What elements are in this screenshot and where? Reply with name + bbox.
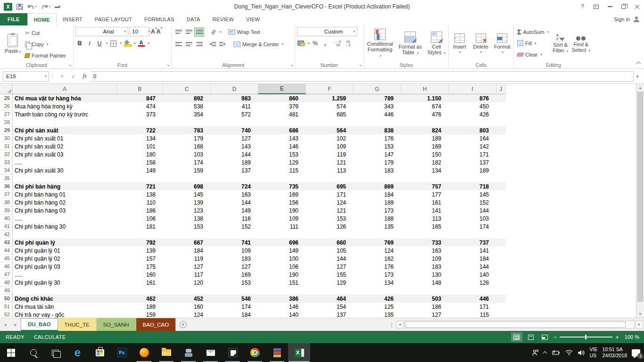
- cell-A51[interactable]: Chi mua tài sản: [13, 303, 117, 311]
- cell-G45[interactable]: 162: [354, 255, 401, 263]
- confirm-entry-button[interactable]: ✓: [68, 73, 79, 80]
- row-header-35[interactable]: 35: [0, 174, 13, 182]
- cell-J33[interactable]: [496, 158, 506, 166]
- scroll-down-arrow[interactable]: ▼: [636, 310, 644, 318]
- excel-app-button[interactable]: X: [288, 343, 310, 362]
- cell-G49[interactable]: [354, 287, 401, 295]
- cell-G42[interactable]: [354, 230, 401, 239]
- cell-I46[interactable]: 144: [449, 263, 496, 271]
- cell-J39[interactable]: [496, 206, 506, 214]
- cell-E42[interactable]: [258, 230, 306, 239]
- cell-E37[interactable]: 169: [258, 190, 306, 198]
- start-button[interactable]: [0, 343, 22, 362]
- minimize-button[interactable]: [603, 0, 617, 13]
- conditional-formatting-button[interactable]: ConditionalFormatting ▾: [366, 27, 394, 61]
- cell-H27[interactable]: 476: [401, 110, 449, 118]
- row-header-46[interactable]: 46: [0, 263, 13, 271]
- cell-E34[interactable]: 115: [258, 166, 306, 174]
- cell-I36[interactable]: 718: [449, 182, 496, 190]
- cell-C28[interactable]: [163, 118, 211, 126]
- cell-C34[interactable]: 159: [163, 166, 211, 174]
- cell-B43[interactable]: 792: [117, 239, 163, 247]
- undo-button[interactable]: ▾: [27, 4, 37, 10]
- cell-A29[interactable]: Chi phí sản xuất: [13, 126, 117, 134]
- cell-F42[interactable]: [306, 230, 354, 239]
- cell-E50[interactable]: 386: [258, 295, 306, 303]
- format-cells-button[interactable]: Format▾: [493, 27, 512, 61]
- cell-H39[interactable]: 141: [401, 206, 449, 214]
- formula-bar-splitter[interactable]: ⁞: [49, 74, 57, 79]
- cell-A41[interactable]: Chi phí bán hàng 30: [13, 222, 117, 230]
- zoom-slider[interactable]: [560, 337, 612, 337]
- font-color-button[interactable]: A: [137, 39, 146, 48]
- cell-G37[interactable]: 184: [354, 190, 401, 198]
- store-app-button[interactable]: [89, 343, 111, 362]
- cell-B26[interactable]: 474: [117, 102, 163, 110]
- cell-I48[interactable]: 128: [449, 279, 496, 287]
- cell-B29[interactable]: 722: [117, 126, 163, 134]
- cell-B27[interactable]: 373: [117, 110, 163, 118]
- cell-H25[interactable]: 1.150: [401, 94, 449, 102]
- cell-C40[interactable]: 138: [163, 214, 211, 222]
- cell-I28[interactable]: [449, 118, 496, 126]
- cell-J29[interactable]: [496, 126, 506, 134]
- cell-J38[interactable]: [496, 198, 506, 206]
- cell-A50[interactable]: Dòng chi khác: [13, 295, 117, 303]
- tab-home[interactable]: HOME: [27, 13, 57, 25]
- cell-F50[interactable]: 464: [306, 295, 354, 303]
- cell-H36[interactable]: 757: [401, 182, 449, 190]
- cell-D44[interactable]: 109: [211, 247, 258, 255]
- cell-A40[interactable]: .....: [13, 214, 117, 222]
- cell-C42[interactable]: [163, 230, 211, 239]
- cell-A44[interactable]: Chi phí quản lý 01: [13, 247, 117, 255]
- cell-E36[interactable]: 735: [258, 182, 306, 190]
- cell-D33[interactable]: 189: [211, 158, 258, 166]
- cell-J37[interactable]: [496, 190, 506, 198]
- cell-F35[interactable]: [306, 174, 354, 182]
- row-header-27[interactable]: 27: [0, 110, 13, 118]
- column-header-I[interactable]: I: [449, 84, 496, 94]
- name-box[interactable]: E19▾: [3, 71, 49, 82]
- cell-G32[interactable]: 147: [354, 150, 401, 158]
- cell-I52[interactable]: 115: [449, 311, 496, 318]
- center-button[interactable]: [184, 40, 194, 49]
- cell-E31[interactable]: 146: [258, 142, 306, 150]
- top-align-button[interactable]: [173, 27, 183, 37]
- horizontal-scrollbar[interactable]: ◄ ►: [395, 318, 644, 331]
- cell-F37[interactable]: 171: [306, 190, 354, 198]
- cell-F27[interactable]: 685: [306, 110, 354, 118]
- row-header-34[interactable]: 34: [0, 166, 13, 174]
- show-hidden-icons-chevron[interactable]: [544, 351, 547, 354]
- cell-A30[interactable]: Chi phí sản xuất 01: [13, 134, 117, 142]
- cell-A25[interactable]: Chi mua vật tư hàng hóa: [13, 94, 117, 102]
- cell-A28[interactable]: [13, 118, 117, 126]
- cell-G44[interactable]: 124: [354, 247, 401, 255]
- new-sheet-button[interactable]: +: [176, 318, 190, 331]
- sign-in-link[interactable]: Sign in: [614, 16, 630, 22]
- cell-F46[interactable]: 127: [306, 263, 354, 271]
- cell-C51[interactable]: 160: [163, 303, 211, 311]
- select-all-corner[interactable]: [0, 84, 13, 94]
- cell-A52[interactable]: Chi trả nợ vay - gốc: [13, 311, 117, 318]
- page-break-view-button[interactable]: [539, 332, 551, 342]
- cell-D40[interactable]: 116: [211, 214, 258, 222]
- fill-button[interactable]: ↓Fill▾: [516, 38, 550, 48]
- dark-app-button[interactable]: [222, 343, 244, 362]
- number-format-select[interactable]: Custom▾: [297, 27, 357, 36]
- cell-J25[interactable]: [496, 94, 506, 102]
- underline-button[interactable]: U: [95, 39, 104, 48]
- cell-B28[interactable]: [117, 118, 163, 126]
- borders-button[interactable]: [109, 39, 118, 48]
- cell-B45[interactable]: 157: [117, 255, 163, 263]
- cell-H31[interactable]: 169: [401, 142, 449, 150]
- cell-A45[interactable]: Chi phí quản lý 02: [13, 255, 117, 263]
- cell-C46[interactable]: 127: [163, 263, 211, 271]
- cell-H38[interactable]: 161: [401, 198, 449, 206]
- cell-G33[interactable]: 179: [354, 158, 401, 166]
- cell-I41[interactable]: 174: [449, 222, 496, 230]
- cell-B39[interactable]: 186: [117, 206, 163, 214]
- row-header-44[interactable]: 44: [0, 247, 13, 255]
- cell-C35[interactable]: [163, 174, 211, 182]
- cell-H41[interactable]: 165: [401, 222, 449, 230]
- cell-A31[interactable]: Chi phí sản xuất 02: [13, 142, 117, 150]
